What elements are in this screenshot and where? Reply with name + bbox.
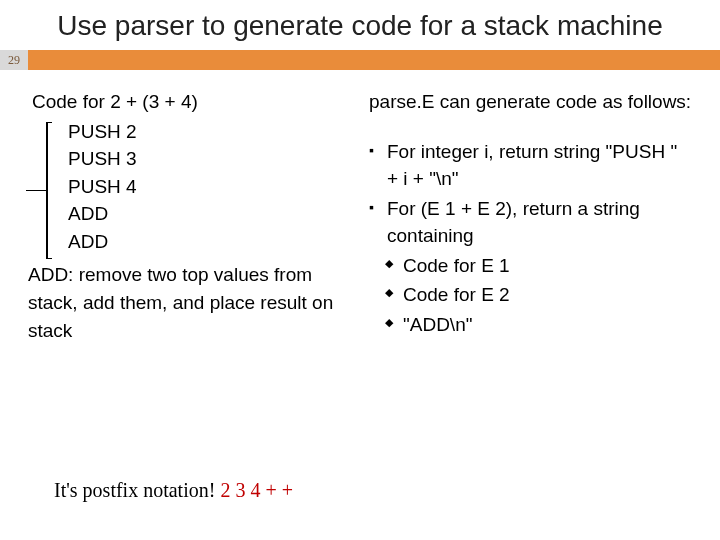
- slide-title: Use parser to generate code for a stack …: [0, 0, 720, 50]
- accent-bar: 29: [0, 50, 720, 70]
- bullet-item: For (E 1 + E 2), return a string contain…: [369, 195, 692, 250]
- add-description: ADD: remove two top values from stack, a…: [28, 261, 351, 344]
- sub-bullet-item: Code for E 2: [369, 281, 692, 309]
- code-block: PUSH 2 PUSH 3 PUSH 4 ADD ADD: [32, 118, 351, 256]
- sub-bullet-item: "ADD\n": [369, 311, 692, 339]
- bracket-bottom-tick: [46, 258, 52, 260]
- code-line: ADD: [68, 200, 351, 228]
- code-title: Code for 2 + (3 + 4): [32, 88, 351, 116]
- page-number-badge: 29: [0, 50, 28, 70]
- code-lines: PUSH 2 PUSH 3 PUSH 4 ADD ADD: [32, 118, 351, 256]
- code-line: PUSH 4: [68, 173, 351, 201]
- code-line: PUSH 3: [68, 145, 351, 173]
- bracket-top-tick: [46, 122, 52, 124]
- footer-note: It's postfix notation! 2 3 4 + +: [54, 479, 293, 502]
- left-column: Code for 2 + (3 + 4) PUSH 2 PUSH 3 PUSH …: [28, 88, 351, 344]
- footer-prefix: It's postfix notation!: [54, 479, 220, 501]
- sub-bullet-item: Code for E 1: [369, 252, 692, 280]
- bracket-vertical: [46, 122, 48, 258]
- intro-text: parse.E can generate code as follows:: [369, 88, 692, 116]
- code-line: PUSH 2: [68, 118, 351, 146]
- content-area: Code for 2 + (3 + 4) PUSH 2 PUSH 3 PUSH …: [0, 70, 720, 344]
- bullet-item: For integer i, return string "PUSH " + i…: [369, 138, 692, 193]
- bracket-pointer: [26, 190, 46, 192]
- slide: Use parser to generate code for a stack …: [0, 0, 720, 540]
- right-column: parse.E can generate code as follows: Fo…: [369, 88, 692, 344]
- code-line: ADD: [68, 228, 351, 256]
- footer-expression: 2 3 4 + +: [220, 479, 293, 501]
